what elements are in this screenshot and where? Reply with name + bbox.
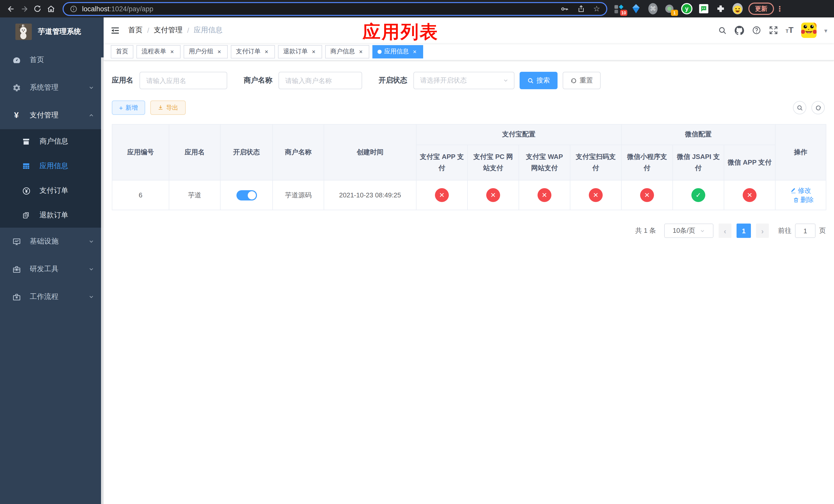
search-icon [796, 104, 803, 111]
search-button[interactable]: 搜索 [520, 72, 557, 89]
sidebar-item-label: 研发工具 [30, 265, 59, 274]
app-logo[interactable]: 芋道管理系统 [0, 18, 104, 46]
font-size-icon[interactable] [786, 26, 793, 35]
col-header-alipay-qr: 支付宝扫码支付 [570, 145, 621, 180]
app-name-label: 应用名 [112, 76, 133, 85]
refresh-table-button[interactable] [811, 101, 825, 114]
channel-status-icon: ✓ [692, 188, 705, 202]
tag-refund-orders[interactable]: 退款订单 [278, 45, 322, 58]
close-icon[interactable] [411, 48, 418, 55]
next-page-button[interactable] [756, 224, 769, 238]
trash-icon [793, 197, 799, 203]
status-label: 开启状态 [378, 76, 407, 85]
col-group-wechat: 微信配置 [621, 124, 775, 145]
tag-label: 商户信息 [330, 47, 355, 56]
export-button[interactable]: 导出 [150, 100, 185, 115]
password-key-icon[interactable] [560, 4, 569, 13]
gear-icon [11, 83, 22, 92]
browser-update-button[interactable]: 更新 [748, 3, 774, 15]
sidebar-item-pay-orders[interactable]: 支付订单 [0, 178, 104, 203]
extension-gem-icon[interactable] [630, 3, 642, 15]
close-icon[interactable] [169, 48, 175, 55]
channel-status-icon: ✕ [743, 188, 756, 202]
extension-command-icon[interactable] [647, 3, 659, 15]
app-name-input[interactable] [139, 72, 227, 89]
sidebar-item-dev-tools[interactable]: 研发工具 [0, 255, 104, 283]
extensions-puzzle-icon[interactable] [715, 3, 726, 15]
sidebar-item-refund-orders[interactable]: 退款订单 [0, 203, 104, 228]
fullscreen-icon[interactable] [769, 26, 778, 35]
tag-label: 应用信息 [384, 47, 409, 56]
share-icon[interactable] [577, 5, 585, 13]
tag-app-info[interactable]: 应用信息 [372, 45, 423, 58]
close-icon[interactable] [263, 48, 270, 55]
sidebar-item-label: 支付订单 [40, 186, 68, 196]
help-icon[interactable] [752, 26, 761, 35]
sidebar-scrollbar[interactable] [101, 58, 104, 504]
breadcrumb-home[interactable]: 首页 [128, 26, 142, 35]
sidebar-item-infra[interactable]: 基础设施 [0, 228, 104, 255]
channel-status-icon: ✕ [589, 188, 603, 202]
document-copy-icon [21, 211, 32, 220]
page-size-select[interactable]: 10条/页 [664, 224, 714, 238]
extension-badge: 10 [620, 10, 627, 16]
chevron-down-icon [88, 294, 94, 300]
channel-status-icon: ✕ [486, 188, 500, 202]
tag-home[interactable]: 首页 [111, 45, 133, 58]
github-icon[interactable] [734, 25, 744, 35]
reset-button[interactable]: 重置 [563, 72, 601, 89]
enabled-toggle[interactable] [236, 190, 257, 200]
extension-y-icon[interactable]: y [681, 3, 693, 14]
toolbox-icon [11, 265, 22, 274]
chevron-down-icon [88, 238, 94, 245]
extension-chat-icon[interactable] [698, 3, 709, 15]
tag-merchant-info[interactable]: 商户信息 [325, 45, 369, 58]
tag-process-form[interactable]: 流程表单 [136, 45, 180, 58]
url-bar[interactable]: localhost:1024/pay/app [63, 2, 607, 16]
sidebar-fold-icon[interactable] [104, 25, 124, 35]
chevron-down-icon [88, 85, 94, 91]
briefcase-icon [11, 293, 22, 301]
sidebar-item-app-info[interactable]: 应用信息 [0, 154, 104, 178]
browser-back-icon[interactable] [4, 2, 18, 15]
sidebar-item-home[interactable]: 首页 [0, 46, 104, 74]
show-search-button[interactable] [793, 101, 806, 114]
extension-blocks-icon[interactable]: 10 [613, 3, 625, 15]
tag-pay-orders[interactable]: 支付订单 [231, 45, 275, 58]
tag-user-group[interactable]: 用户分组 [184, 45, 228, 58]
prev-page-button[interactable] [719, 224, 731, 238]
filter-form: 应用名 商户名称 开启状态 请选择开启状态 搜索 [112, 72, 826, 89]
goto-page-input[interactable] [795, 224, 815, 238]
edit-link[interactable]: 修改 [790, 186, 811, 195]
add-button[interactable]: 新增 [112, 100, 145, 115]
close-icon[interactable] [357, 48, 364, 55]
sidebar-item-workflow[interactable]: 工作流程 [0, 283, 104, 311]
extension-recorder-icon[interactable]: 1 [664, 3, 676, 15]
breadcrumb-section[interactable]: 支付管理 [154, 26, 182, 35]
refresh-icon [815, 104, 821, 111]
browser-reload-icon[interactable] [31, 2, 44, 15]
browser-forward-icon[interactable] [18, 2, 31, 15]
breadcrumb-separator [187, 26, 189, 35]
logo-rabbit-image [15, 24, 32, 40]
tag-label: 用户分组 [189, 47, 213, 56]
site-info-icon[interactable] [70, 5, 78, 13]
avatar[interactable] [801, 23, 816, 38]
browser-home-icon[interactable] [44, 2, 58, 15]
page-1-button[interactable]: 1 [737, 224, 751, 238]
sidebar-item-label: 工作流程 [30, 292, 59, 301]
sidebar-item-payment[interactable]: 支付管理 [0, 101, 104, 129]
delete-link[interactable]: 删除 [793, 195, 814, 204]
sidebar-item-system[interactable]: 系统管理 [0, 74, 104, 101]
bookmark-star-icon[interactable] [593, 4, 600, 13]
header-search-icon[interactable] [718, 26, 727, 35]
status-select[interactable]: 请选择开启状态 [413, 72, 514, 89]
profile-emoji-icon[interactable] [732, 3, 743, 15]
sidebar-item-merchant-info[interactable]: 商户信息 [0, 129, 104, 154]
close-icon[interactable] [310, 48, 317, 55]
avatar-caret-icon[interactable] [824, 26, 827, 35]
close-icon[interactable] [216, 48, 223, 55]
browser-menu-icon[interactable] [776, 4, 783, 13]
merchant-name-input[interactable] [279, 72, 362, 89]
table-row: 6 芋道 芋道源码 2021-10-23 08:49:25 ✕ ✕ ✕ ✕ ✕ … [112, 180, 826, 210]
